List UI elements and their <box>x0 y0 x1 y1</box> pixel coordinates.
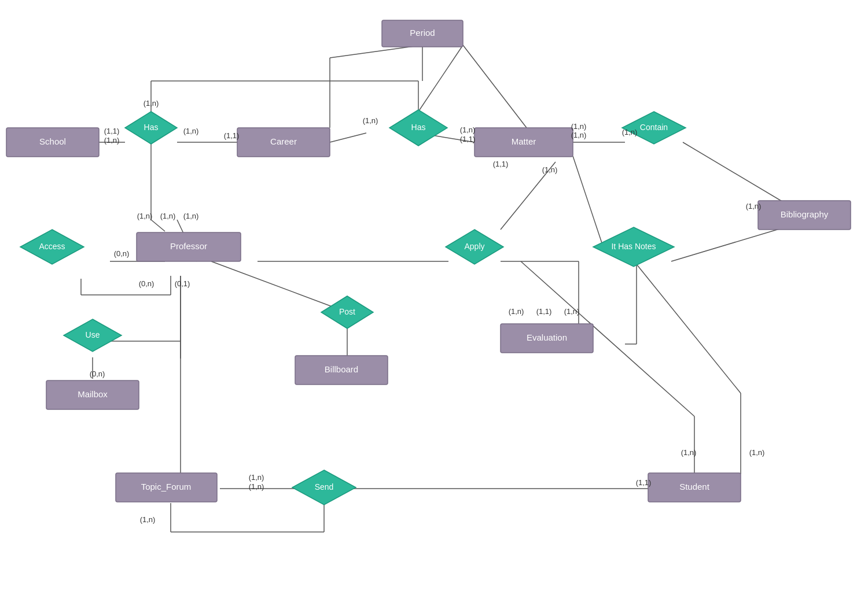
relation-use-label: Use <box>86 330 100 339</box>
card-has1-prof-1: (1,n) <box>137 212 153 220</box>
card-student-apply: (1,n) <box>681 448 697 457</box>
card-topicforum-send-2: (1,n) <box>249 482 264 491</box>
relation-send-label: Send <box>315 482 334 491</box>
relation-has2-label: Has <box>411 123 426 132</box>
card-matter-apply-2: (1,n) <box>542 165 558 174</box>
card-has1-prof-2: (1,n) <box>160 212 176 220</box>
relation-contain-label: Contain <box>640 123 668 132</box>
entity-topic-forum-label: Topic_Forum <box>141 482 192 491</box>
entity-matter-label: Matter <box>512 136 536 146</box>
card-topicforum-loop: (1,n) <box>140 515 156 524</box>
card-has1-career-2: (1,1) <box>224 131 240 140</box>
card-mailbox: (0,n) <box>90 369 105 378</box>
entity-student-label: Student <box>679 482 710 491</box>
card-topicforum-send-1: (1,n) <box>249 473 264 482</box>
card-contain-right: (1,n) <box>622 128 638 136</box>
card-send-student: (1,1) <box>636 478 652 487</box>
card-access-loop-2: (0,1) <box>175 279 190 288</box>
card-bibliography-top: (1,n) <box>746 202 762 210</box>
card-matter-apply-1: (1,1) <box>493 160 509 168</box>
svg-line-42 <box>637 264 741 393</box>
card-school-has1-1: (1,1) <box>104 127 120 135</box>
card-has2-matter-1: (1,n) <box>460 125 476 134</box>
relation-access-label: Access <box>39 242 65 251</box>
card-has1-top: (1,n) <box>144 99 159 108</box>
svg-line-12 <box>151 220 165 231</box>
entity-professor-label: Professor <box>170 241 207 251</box>
entity-evaluation-label: Evaluation <box>527 332 567 342</box>
card-eval-2: (1,1) <box>536 307 552 316</box>
card-career-has2: (1,n) <box>363 116 378 125</box>
card-has1-career-1: (1,n) <box>183 127 199 135</box>
svg-line-6 <box>330 133 366 142</box>
card-school-has1-2: (1,n) <box>104 136 120 145</box>
relation-apply-label: Apply <box>464 242 484 251</box>
entity-billboard-label: Billboard <box>325 364 358 374</box>
card-eval-3: (1,n) <box>564 307 580 316</box>
entity-school-label: School <box>39 136 66 146</box>
card-eval-1: (1,n) <box>509 307 524 316</box>
card-access-loop-1: (0,n) <box>139 279 155 288</box>
card-matter-contain-1: (1,n) <box>571 122 587 131</box>
entity-mailbox-label: Mailbox <box>78 389 108 399</box>
card-has2-matter-2: (1,1) <box>460 135 476 143</box>
card-student-notes: (1,n) <box>749 448 765 457</box>
card-matter-contain-2: (1,n) <box>571 131 587 139</box>
svg-line-27 <box>211 261 347 312</box>
entity-period-label: Period <box>410 28 435 38</box>
card-has1-prof-3: (1,n) <box>183 212 199 220</box>
svg-line-8 <box>418 45 463 112</box>
entity-career-label: Career <box>270 136 297 146</box>
relation-has1-label: Has <box>144 123 159 132</box>
svg-line-23 <box>573 156 602 243</box>
relation-post-label: Post <box>339 307 355 316</box>
svg-line-45 <box>463 45 527 128</box>
card-access-prof: (0,n) <box>114 249 130 258</box>
entity-bibliography-label: Bibliography <box>781 209 829 219</box>
relation-it-has-notes-label: It Has Notes <box>611 242 656 251</box>
svg-line-26 <box>671 228 781 261</box>
